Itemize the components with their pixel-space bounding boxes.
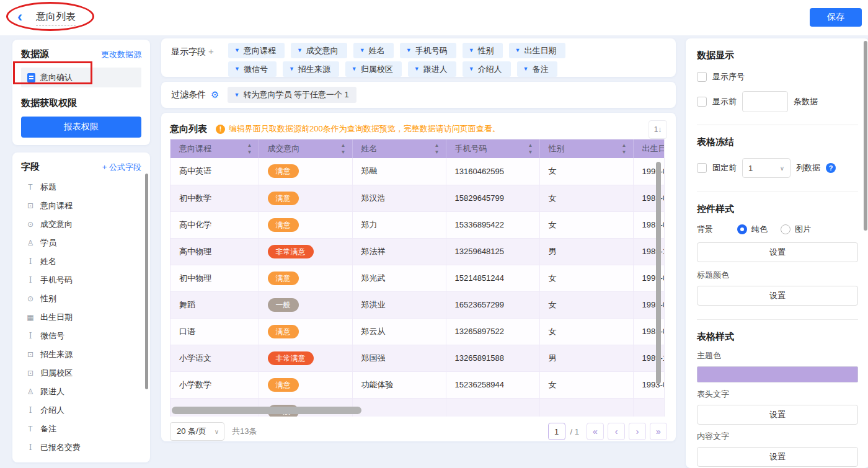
field-chip[interactable]: ▼手机号码 bbox=[400, 43, 456, 58]
column-header[interactable]: 成交意向▲▼ bbox=[259, 139, 352, 158]
last-page-button[interactable]: » bbox=[650, 423, 667, 440]
help-icon[interactable]: ? bbox=[826, 163, 836, 173]
page-size-select[interactable]: 20 条/页 ∨ bbox=[170, 422, 224, 441]
sort-icon[interactable]: ▲▼ bbox=[622, 142, 627, 156]
divider bbox=[697, 125, 858, 125]
field-item[interactable]: T标题 bbox=[21, 178, 141, 196]
datasource-item[interactable]: 意向确认 bbox=[21, 68, 141, 87]
formula-field-link[interactable]: + 公式字段 bbox=[102, 162, 141, 173]
field-chip[interactable]: ▼跟进人 bbox=[408, 61, 456, 77]
field-item[interactable]: I微信号 bbox=[21, 327, 141, 345]
style-panel: 数据显示 显示序号 显示前 条数据 表格冻结 固定前 1 ∨ 列数据 ? 控件样… bbox=[686, 38, 868, 468]
field-item[interactable]: ⊡招生来源 bbox=[21, 345, 141, 364]
intent-table: 意向课程▲▼ 成交意向▲▼ 姓名▲▼ 手机号码▲▼ 性别▲▼ 出生日期 高中英语… bbox=[170, 139, 665, 417]
sort-icon[interactable]: ▲▼ bbox=[528, 142, 533, 156]
theme-color-swatch[interactable] bbox=[697, 366, 858, 382]
title-field-icon: T bbox=[26, 425, 35, 433]
field-chip[interactable]: ▼备注 bbox=[517, 61, 557, 77]
theme-color-label: 主题色 bbox=[697, 350, 858, 361]
solid-color-radio[interactable] bbox=[737, 224, 747, 234]
table-vertical-scrollbar[interactable] bbox=[656, 162, 661, 384]
table-row[interactable]: 高中物理非常满意郑法祥13259648125男1989-11 bbox=[170, 238, 665, 265]
field-item[interactable]: ♙跟进人 bbox=[21, 382, 141, 401]
top-bar: ‹ 意向列表 保存 bbox=[0, 0, 868, 35]
column-header[interactable]: 意向课程▲▼ bbox=[170, 139, 259, 158]
text-field-icon: I bbox=[26, 406, 35, 415]
table-row[interactable]: 初中物理满意郑光武15214851244女1995-01 bbox=[170, 265, 665, 291]
image-radio[interactable] bbox=[781, 224, 790, 234]
show-first-checkbox[interactable] bbox=[697, 97, 707, 107]
column-header[interactable]: 出生日期 bbox=[633, 139, 665, 158]
field-item[interactable]: I已报名交费 bbox=[21, 438, 141, 457]
datasource-item-label: 意向确认 bbox=[40, 72, 73, 83]
background-set-button[interactable]: 设置 bbox=[697, 242, 858, 262]
field-item[interactable]: ⊙成交意向 bbox=[21, 215, 141, 234]
table-row[interactable]: 舞蹈一般郑洪业16523657299女1993-08 bbox=[170, 291, 665, 318]
page-title[interactable]: 意向列表 bbox=[36, 11, 76, 26]
save-button[interactable]: 保存 bbox=[810, 8, 862, 27]
fix-columns-select[interactable]: 1 ∨ bbox=[742, 158, 790, 178]
back-icon[interactable]: ‹ bbox=[17, 9, 22, 24]
table-row[interactable]: 初中数学满意郑汉浩15829645799女1981-06 bbox=[170, 185, 665, 211]
field-chip[interactable]: ▼成交意向 bbox=[291, 43, 347, 58]
field-chip[interactable]: ▼介绍人 bbox=[463, 61, 511, 77]
field-item[interactable]: I手机号码 bbox=[21, 271, 141, 289]
table-row[interactable]: 小学语文非常满意郑国强13265891588男1989-11 bbox=[170, 345, 665, 371]
current-page-input[interactable]: 1 bbox=[548, 423, 565, 440]
field-chip[interactable]: ▼姓名 bbox=[353, 43, 394, 58]
chevron-down-icon: ▼ bbox=[297, 48, 303, 53]
sort-icon[interactable]: ▲▼ bbox=[341, 142, 346, 156]
field-chip[interactable]: ▼出生日期 bbox=[509, 43, 565, 58]
column-header[interactable]: 手机号码▲▼ bbox=[446, 139, 539, 158]
data-display-heading: 数据显示 bbox=[697, 50, 858, 61]
column-header[interactable]: 性别▲▼ bbox=[539, 139, 633, 158]
field-item[interactable]: ♙学员 bbox=[21, 234, 141, 252]
text-field-icon: I bbox=[26, 332, 35, 340]
field-chip[interactable]: ▼性别 bbox=[463, 43, 503, 58]
style-panel-scrollbar[interactable] bbox=[864, 41, 867, 231]
display-fields-label: 显示字段 + bbox=[171, 43, 228, 73]
title-color-set-button[interactable]: 设置 bbox=[697, 286, 858, 306]
radio-field-icon: ⊙ bbox=[26, 220, 35, 229]
field-chip[interactable]: ▼招生来源 bbox=[283, 61, 339, 77]
header-text-set-button[interactable]: 设置 bbox=[697, 405, 858, 425]
table-row[interactable]: 口语满意郑云从13265897522女1981-06 bbox=[170, 318, 665, 345]
prev-page-button[interactable]: ‹ bbox=[608, 423, 625, 440]
gear-icon[interactable]: ⚙ bbox=[211, 89, 219, 100]
display-fields-panel: 显示字段 + ▼意向课程 ▼成交意向 ▼姓名 ▼手机号码 ▼性别 ▼出生日期 ▼… bbox=[161, 38, 676, 77]
sort-icon[interactable]: ▲▼ bbox=[435, 142, 440, 156]
next-page-button[interactable]: › bbox=[629, 423, 646, 440]
show-index-checkbox[interactable] bbox=[697, 72, 707, 82]
field-chip[interactable]: ▼意向课程 bbox=[228, 43, 285, 58]
widget-style-heading: 控件样式 bbox=[697, 203, 858, 215]
field-item[interactable]: ⊡归属校区 bbox=[21, 364, 141, 382]
report-permission-button[interactable]: 报表权限 bbox=[21, 117, 141, 138]
filter-condition-chip[interactable]: ▼ 转为意向学员 等于任意一个 1 bbox=[228, 87, 356, 103]
first-page-button[interactable]: « bbox=[587, 423, 604, 440]
field-item[interactable]: I介绍人 bbox=[21, 401, 141, 420]
field-item[interactable]: I姓名 bbox=[21, 252, 141, 271]
table-row[interactable]: 小学数学满意功能体验15236258944女1993-08 bbox=[170, 371, 665, 398]
field-item[interactable]: T备注 bbox=[21, 420, 141, 438]
field-chip[interactable]: ▼微信号 bbox=[228, 61, 277, 77]
divider bbox=[697, 319, 858, 320]
field-chip[interactable]: ▼归属校区 bbox=[345, 61, 402, 77]
chevron-down-icon: ∨ bbox=[780, 165, 784, 172]
sort-tool-button[interactable]: 1↓ bbox=[649, 120, 667, 139]
row-limit-input[interactable] bbox=[742, 91, 788, 112]
fix-columns-checkbox[interactable] bbox=[697, 163, 707, 173]
field-item[interactable]: ⊙性别 bbox=[21, 289, 141, 308]
sort-icon[interactable]: ▲▼ bbox=[247, 142, 252, 156]
header-text-label: 表头文字 bbox=[697, 389, 858, 400]
field-item[interactable]: ⊡意向课程 bbox=[21, 196, 141, 215]
table-row[interactable]: 高中英语满意郑融13160462595女1995-01 bbox=[170, 158, 665, 185]
content-text-set-button[interactable]: 设置 bbox=[697, 447, 858, 467]
table-row[interactable]: 高中化学满意郑力15336895422女1981-06 bbox=[170, 211, 665, 238]
fields-scrollbar[interactable] bbox=[145, 174, 148, 389]
table-horizontal-scrollbar[interactable] bbox=[172, 407, 361, 414]
change-datasource-link[interactable]: 更改数据源 bbox=[101, 49, 141, 60]
field-item[interactable]: ▦出生日期 bbox=[21, 308, 141, 327]
column-header[interactable]: 姓名▲▼ bbox=[352, 139, 446, 158]
add-field-icon[interactable]: + bbox=[208, 46, 214, 56]
text-field-icon: I bbox=[26, 443, 35, 452]
